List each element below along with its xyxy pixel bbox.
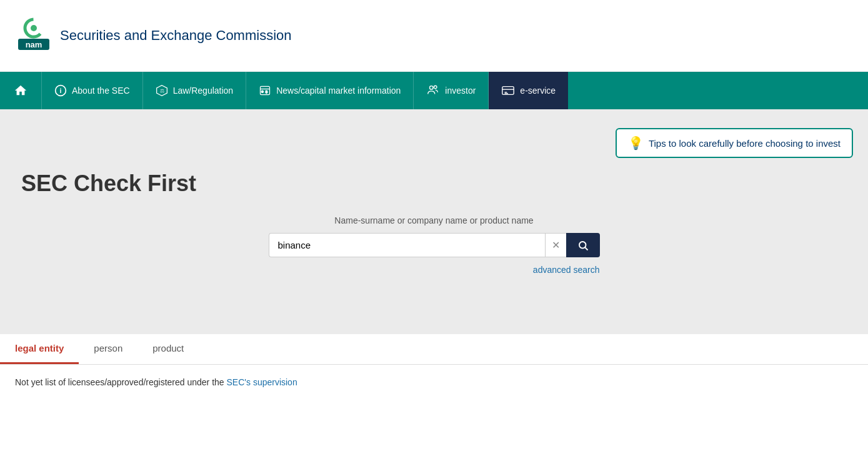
nav-news-label: News/capital market information [276, 86, 401, 96]
page-title: SEC Check First [21, 170, 853, 197]
logo-area: nam Securities and Exchange Commission [15, 17, 292, 54]
main-nav: i About the SEC ⚖ Law/Regulation $ News/… [0, 72, 868, 109]
search-button[interactable] [566, 233, 600, 257]
svg-line-18 [585, 247, 587, 250]
nav-law[interactable]: ⚖ Law/Regulation [143, 72, 247, 109]
eservice-icon [501, 84, 515, 97]
law-icon: ⚖ [156, 84, 168, 97]
investor-icon [426, 84, 440, 97]
nav-about[interactable]: i About the SEC [42, 72, 143, 109]
main-content: 💡 Tips to look carefully before choosing… [0, 109, 868, 334]
nav-eservice[interactable]: e-service [489, 72, 568, 109]
page-header: nam Securities and Exchange Commission [0, 0, 868, 72]
svg-text:$: $ [266, 90, 268, 94]
result-text: Not yet list of licensees/approved/regis… [15, 377, 853, 387]
advanced-search-link[interactable]: advanced search [533, 265, 600, 275]
tips-box[interactable]: 💡 Tips to look carefully before choosing… [616, 128, 853, 158]
svg-point-1 [31, 25, 37, 31]
org-name: Securities and Exchange Commission [60, 27, 292, 44]
svg-point-9 [261, 91, 263, 92]
bulb-icon: 💡 [628, 136, 644, 151]
svg-text:i: i [59, 87, 61, 94]
nav-law-label: Law/Regulation [173, 86, 234, 96]
tips-banner: 💡 Tips to look carefully before choosing… [15, 128, 853, 158]
search-section: Name-surname or company name or product … [15, 215, 853, 275]
sec-link[interactable]: SEC's supervision [227, 377, 297, 387]
nav-investor[interactable]: investor [414, 72, 489, 109]
tab-person[interactable]: person [79, 334, 137, 364]
nav-home[interactable] [0, 72, 42, 109]
nav-investor-label: investor [445, 86, 476, 96]
result-area: Not yet list of licensees/approved/regis… [0, 365, 868, 400]
tips-text: Tips to look carefully before choosing t… [649, 138, 841, 149]
svg-point-11 [430, 86, 434, 90]
svg-text:nam: nam [26, 40, 42, 49]
info-icon: i [54, 84, 67, 97]
home-icon [14, 84, 27, 97]
news-icon: $ [259, 84, 271, 97]
clear-button[interactable]: ✕ [545, 233, 566, 257]
svg-point-17 [579, 242, 586, 249]
search-label: Name-surname or company name or product … [334, 215, 533, 225]
search-input[interactable] [269, 233, 545, 257]
sec-logo: nam [15, 17, 52, 54]
svg-point-12 [434, 86, 437, 89]
tabs-area: legal entity person product [0, 334, 868, 365]
nav-about-label: About the SEC [72, 86, 130, 96]
svg-text:⚖: ⚖ [159, 88, 164, 94]
nav-news[interactable]: $ News/capital market information [246, 72, 414, 109]
nav-eservice-label: e-service [520, 86, 556, 96]
search-row: ✕ [269, 233, 600, 257]
tab-legal-entity[interactable]: legal entity [0, 334, 79, 364]
tab-product[interactable]: product [137, 334, 199, 364]
